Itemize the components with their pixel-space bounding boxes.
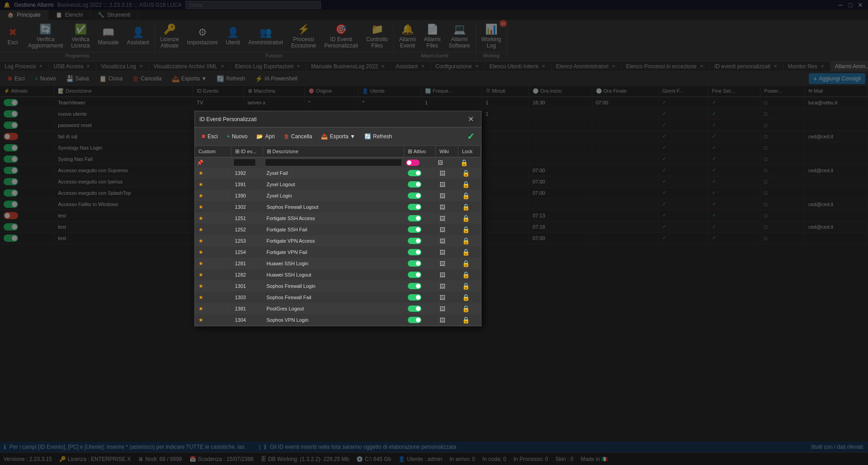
modal-toggle[interactable] (408, 238, 421, 244)
wiki-icon[interactable]: 🖼 (439, 305, 445, 312)
modal-cell-id: 1302 (231, 202, 263, 213)
lock-icon[interactable]: 🔒 (462, 203, 470, 211)
lock-icon[interactable]: 🔒 (462, 169, 470, 177)
modal-scroll[interactable]: Custom ⊞ ID ev... ⊞ Descrizione ⊞ Attivo… (195, 146, 481, 326)
modal-col-lock[interactable]: Lock (458, 146, 481, 157)
modal-btn-esporta[interactable]: 📤 Esporta ▼ (317, 132, 359, 141)
star-icon[interactable]: ★ (198, 249, 203, 255)
filter-id-input[interactable] (233, 159, 256, 166)
modal-close-btn[interactable]: ✕ (465, 114, 476, 124)
modal-cell-wiki: 🖼 (436, 281, 458, 292)
pin-icon: 📌 (197, 160, 203, 166)
modal-table-row[interactable]: ★ 1391 Zyxel Logout 🖼 🔒 (195, 179, 481, 190)
modal-toggle[interactable] (408, 305, 421, 312)
modal-toggle[interactable] (408, 272, 421, 278)
modal-toggle[interactable] (408, 204, 421, 210)
wiki-icon[interactable]: 🖼 (439, 317, 445, 324)
modal-btn-esci[interactable]: ✖ Esci (198, 132, 222, 141)
wiki-icon[interactable]: 🖼 (439, 238, 445, 244)
modal-cell-id: 1390 (231, 190, 263, 202)
modal-cell-wiki: 🖼 (436, 202, 458, 213)
lock-icon[interactable]: 🔒 (462, 260, 470, 267)
lock-icon[interactable]: 🔒 (462, 249, 470, 256)
wiki-icon[interactable]: 🖼 (439, 181, 445, 188)
modal-toggle[interactable] (408, 170, 421, 176)
star-icon[interactable]: ★ (198, 204, 203, 210)
star-icon[interactable]: ★ (198, 305, 203, 312)
filter-toggle[interactable] (406, 160, 420, 166)
wiki-icon[interactable]: 🖼 (439, 249, 445, 256)
modal-cell-wiki: 🖼 (436, 292, 458, 303)
lock-icon[interactable]: 🔒 (462, 271, 470, 278)
modal-nuovo-icon: + (227, 133, 230, 140)
modal-cell-wiki: 🖼 (436, 224, 458, 235)
wiki-icon[interactable]: 🖼 (439, 170, 445, 177)
modal-toggle[interactable] (408, 193, 421, 199)
modal-table-row[interactable]: ★ 1251 Fortigate SSH Access 🖼 🔒 (195, 213, 481, 224)
wiki-icon[interactable]: 🖼 (439, 260, 445, 267)
star-icon[interactable]: ★ (198, 215, 203, 221)
lock-icon[interactable]: 🔒 (462, 215, 470, 222)
star-icon[interactable]: ★ (198, 181, 203, 188)
wiki-icon[interactable]: 🖼 (439, 215, 445, 222)
modal-toggle[interactable] (408, 294, 421, 301)
star-icon[interactable]: ★ (198, 238, 203, 244)
star-icon[interactable]: ★ (198, 272, 203, 278)
star-icon[interactable]: ★ (198, 193, 203, 199)
wiki-icon[interactable]: 🖼 (439, 226, 445, 233)
modal-toggle[interactable] (408, 317, 421, 323)
modal-toggle[interactable] (408, 181, 421, 188)
modal-table-row[interactable]: ★ 1303 Sophos Firewall Fail 🖼 🔒 (195, 292, 481, 303)
modal-btn-confirm[interactable]: ✓ (463, 129, 478, 144)
wiki-icon[interactable]: 🖼 (439, 294, 445, 301)
wiki-icon[interactable]: 🖼 (439, 193, 445, 199)
filter-desc-input[interactable] (265, 159, 402, 166)
modal-col-wiki[interactable]: Wiki (436, 146, 458, 157)
modal-col-descrizione[interactable]: ⊞ Descrizione (263, 146, 404, 157)
lock-icon[interactable]: 🔒 (462, 282, 470, 290)
star-icon[interactable]: ★ (198, 260, 203, 267)
modal-cell-descrizione: Zyxel Login (263, 190, 404, 202)
modal-col-custom[interactable]: Custom (195, 146, 231, 157)
star-icon[interactable]: ★ (198, 226, 203, 233)
lock-icon[interactable]: 🔒 (462, 294, 470, 301)
modal-col-id-evento[interactable]: ⊞ ID ev... (231, 146, 263, 157)
lock-icon[interactable]: 🔒 (462, 237, 470, 244)
modal-table-row[interactable]: ★ 1302 Sophos Firewall Logout 🖼 🔒 (195, 202, 481, 213)
modal-btn-refresh[interactable]: 🔄 Refresh (361, 132, 396, 141)
modal-btn-apri[interactable]: 📂 Apri (253, 132, 278, 141)
modal-table-row[interactable]: ★ 1254 Fortigate VPN Fail 🖼 🔒 (195, 247, 481, 258)
modal-cell-attivo (404, 168, 436, 179)
lock-icon[interactable]: 🔒 (462, 226, 470, 233)
modal-title: ID Eventi Personalizzati (199, 116, 257, 122)
modal-toggle[interactable] (408, 283, 421, 289)
wiki-icon[interactable]: 🖼 (439, 283, 445, 290)
modal-btn-nuovo[interactable]: + Nuovo (223, 132, 251, 141)
modal-table-row[interactable]: ★ 1252 Fortigate SSH Fail 🖼 🔒 (195, 224, 481, 235)
modal-table-row[interactable]: ★ 1253 Fortigate VPN Access 🖼 🔒 (195, 235, 481, 247)
star-icon[interactable]: ★ (198, 283, 203, 289)
wiki-icon[interactable]: 🖼 (439, 204, 445, 211)
modal-toggle[interactable] (408, 260, 421, 267)
modal-table-row[interactable]: ★ 1301 Sophos Firewall Login 🖼 🔒 (195, 281, 481, 292)
modal-toggle[interactable] (408, 215, 421, 221)
star-icon[interactable]: ★ (198, 317, 203, 323)
lock-icon[interactable]: 🔒 (462, 305, 470, 312)
modal-table-row[interactable]: ★ 1282 Huawei SSH Logout 🖼 🔒 (195, 269, 481, 281)
modal-table-row[interactable]: ★ 1304 Sophos VPN Login 🖼 🔒 (195, 315, 481, 326)
modal-table-row[interactable]: ★ 1281 Huawei SSH Login 🖼 🔒 (195, 258, 481, 269)
filter-wiki: 🖼 (436, 157, 458, 168)
lock-icon[interactable]: 🔒 (462, 181, 470, 188)
modal-table-row[interactable]: ★ 1392 Zyxel Fail 🖼 🔒 (195, 168, 481, 179)
modal-toggle[interactable] (408, 226, 421, 233)
star-icon[interactable]: ★ (198, 294, 203, 301)
lock-icon[interactable]: 🔒 (462, 316, 470, 324)
wiki-icon[interactable]: 🖼 (439, 272, 445, 278)
modal-toggle[interactable] (408, 249, 421, 255)
modal-col-attivo[interactable]: ⊞ Attivo (404, 146, 436, 157)
lock-icon[interactable]: 🔒 (462, 192, 470, 199)
modal-btn-cancella[interactable]: 🗑 Cancella (280, 132, 316, 141)
modal-table-row[interactable]: ★ 1390 Zyxel Login 🖼 🔒 (195, 190, 481, 202)
modal-table-row[interactable]: ★ 1381 PostGres Logout 🖼 🔒 (195, 303, 481, 315)
star-icon[interactable]: ★ (198, 170, 203, 176)
